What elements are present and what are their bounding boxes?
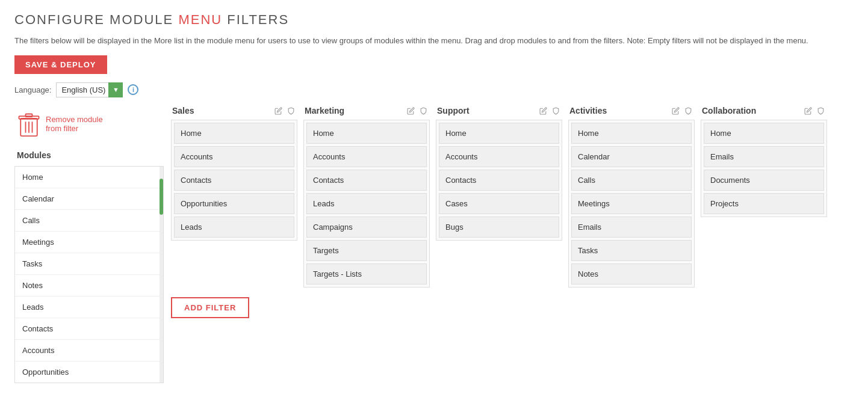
page-title: CONFIGURE MODULE MENU FILTERS <box>14 12 854 28</box>
filter-item[interactable]: Bugs <box>439 217 559 238</box>
filter-item[interactable]: Notes <box>571 263 692 285</box>
filter-item[interactable]: Home <box>174 123 294 144</box>
filter-title-collaboration: Collaboration <box>702 106 756 115</box>
filter-item[interactable]: Home <box>439 123 559 144</box>
filter-item[interactable]: Calls <box>571 170 692 191</box>
filter-icons-marketing <box>406 106 429 116</box>
filter-delete-sales[interactable] <box>286 106 296 116</box>
filter-column-activities: ActivitiesHomeCalendarCallsMeetingsEmail… <box>568 106 695 288</box>
filter-header-collaboration: Collaboration <box>701 106 827 116</box>
save-deploy-button[interactable]: SAVE & DEPLOY <box>14 55 107 74</box>
filter-icons-support <box>538 106 561 116</box>
add-filter-button[interactable]: ADD FILTER <box>171 297 249 318</box>
filter-item[interactable]: Projects <box>704 193 824 214</box>
filter-icons-sales <box>273 106 296 116</box>
trash-text-line2: from filter <box>46 124 103 133</box>
filter-item[interactable]: Targets - Lists <box>306 263 427 285</box>
filter-item[interactable]: Meetings <box>571 193 692 214</box>
module-item[interactable]: Calendar <box>15 188 163 210</box>
filter-column-support: SupportHomeAccountsContactsCasesBugs <box>436 106 562 241</box>
filter-title-marketing: Marketing <box>305 106 344 115</box>
filter-item[interactable]: Contacts <box>174 170 294 191</box>
filter-item[interactable]: Accounts <box>306 146 427 167</box>
filter-item[interactable]: Emails <box>571 217 692 238</box>
filter-delete-activities[interactable] <box>683 106 693 116</box>
filter-item[interactable]: Calendar <box>571 146 692 167</box>
module-item[interactable]: Calls <box>15 210 163 232</box>
page-description: The filters below will be displayed in t… <box>14 35 845 47</box>
filter-items-marketing: HomeAccountsContactsLeadsCampaignsTarget… <box>303 120 430 288</box>
title-text-1: CONFIGURE MODULE <box>14 12 173 27</box>
info-icon[interactable]: i <box>128 84 138 95</box>
filter-column-sales: SalesHomeAccountsContactsOpportunitiesLe… <box>171 106 297 241</box>
filter-delete-collaboration[interactable] <box>816 106 826 116</box>
main-layout: Remove module from filter Modules HomeCa… <box>14 106 854 383</box>
filter-delete-marketing[interactable] <box>418 106 429 116</box>
title-highlight: MENU <box>178 12 222 27</box>
language-row: Language: English (US) ▼ i <box>14 82 854 97</box>
filter-title-activities: Activities <box>569 106 607 115</box>
modules-list: HomeCalendarCallsMeetingsTasksNotesLeads… <box>14 166 164 383</box>
filter-delete-support[interactable] <box>551 106 561 116</box>
language-select-wrapper: English (US) ▼ <box>56 82 123 97</box>
trash-icon <box>17 111 41 137</box>
svg-rect-2 <box>26 114 33 117</box>
scroll-thumb <box>160 179 163 215</box>
filter-item[interactable]: Cases <box>439 193 559 214</box>
filter-header-marketing: Marketing <box>303 106 430 116</box>
filter-item[interactable]: Documents <box>704 170 824 191</box>
filter-item[interactable]: Accounts <box>439 146 559 167</box>
filter-edit-activities[interactable] <box>671 106 681 116</box>
filter-item[interactable]: Contacts <box>439 170 559 191</box>
filter-item[interactable]: Opportunities <box>174 193 294 214</box>
filter-header-sales: Sales <box>171 106 297 116</box>
filter-item[interactable]: Home <box>571 123 692 144</box>
filter-edit-marketing[interactable] <box>406 106 416 116</box>
page-container: CONFIGURE MODULE MENU FILTERS The filter… <box>0 0 868 403</box>
filter-column-marketing: MarketingHomeAccountsContactsLeadsCampai… <box>303 106 430 288</box>
trash-label: Remove module from filter <box>46 115 103 133</box>
module-item[interactable]: Opportunities <box>15 361 163 383</box>
filter-edit-collaboration[interactable] <box>803 106 813 116</box>
filter-items-support: HomeAccountsContactsCasesBugs <box>436 120 562 241</box>
modules-label: Modules <box>14 147 164 164</box>
filter-header-activities: Activities <box>568 106 695 116</box>
filter-edit-support[interactable] <box>538 106 548 116</box>
filter-title-support: Support <box>437 106 470 115</box>
module-item[interactable]: Notes <box>15 275 163 297</box>
language-label: Language: <box>14 85 51 94</box>
module-item[interactable]: Tasks <box>15 253 163 275</box>
filter-item[interactable]: Tasks <box>571 240 692 261</box>
filter-items-activities: HomeCalendarCallsMeetingsEmailsTasksNote… <box>568 120 695 288</box>
filter-item[interactable]: Accounts <box>174 146 294 167</box>
filter-item[interactable]: Targets <box>306 240 427 261</box>
title-text-2: FILTERS <box>227 12 289 27</box>
filter-column-collaboration: CollaborationHomeEmailsDocumentsProjects <box>701 106 827 217</box>
filter-item[interactable]: Contacts <box>306 170 427 191</box>
module-item[interactable]: Meetings <box>15 232 163 253</box>
filter-header-support: Support <box>436 106 562 116</box>
module-item[interactable]: Leads <box>15 297 163 318</box>
language-select[interactable]: English (US) <box>56 82 123 97</box>
filter-item[interactable]: Home <box>306 123 427 144</box>
filter-item[interactable]: Home <box>704 123 824 144</box>
trash-text-line1: Remove module <box>46 115 103 124</box>
filter-title-sales: Sales <box>172 106 194 115</box>
sidebar: Remove module from filter Modules HomeCa… <box>14 106 164 383</box>
filter-item[interactable]: Leads <box>174 217 294 238</box>
filter-items-sales: HomeAccountsContactsOpportunitiesLeads <box>171 120 297 241</box>
filters-area: SalesHomeAccountsContactsOpportunitiesLe… <box>171 106 854 318</box>
scrollbar[interactable] <box>160 167 163 383</box>
filter-icons-collaboration <box>803 106 826 116</box>
filter-icons-activities <box>671 106 693 116</box>
module-item[interactable]: Home <box>15 167 163 188</box>
module-item[interactable]: Contacts <box>15 318 163 340</box>
filter-items-collaboration: HomeEmailsDocumentsProjects <box>701 120 827 217</box>
filter-item[interactable]: Leads <box>306 193 427 214</box>
trash-area[interactable]: Remove module from filter <box>14 106 164 142</box>
filter-item[interactable]: Campaigns <box>306 217 427 238</box>
filter-edit-sales[interactable] <box>273 106 284 116</box>
filters-container: SalesHomeAccountsContactsOpportunitiesLe… <box>171 106 854 288</box>
module-item[interactable]: Accounts <box>15 340 163 361</box>
filter-item[interactable]: Emails <box>704 146 824 167</box>
